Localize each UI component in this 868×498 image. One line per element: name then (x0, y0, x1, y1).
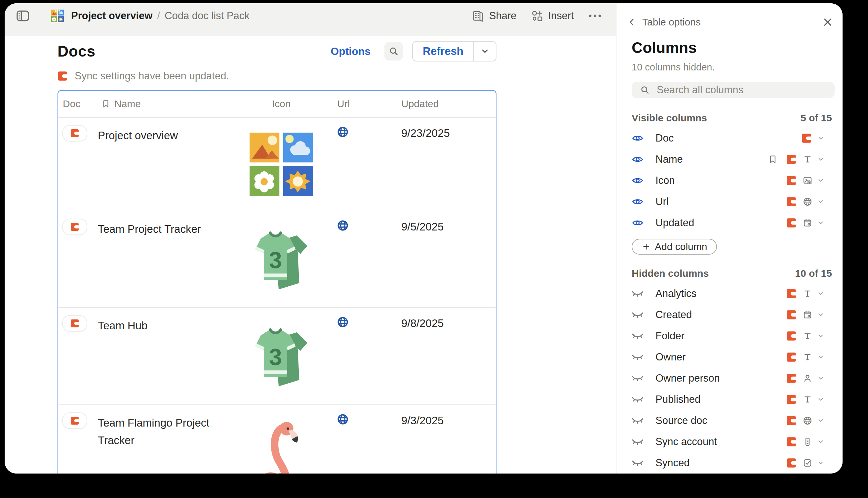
hidden-column-row-created[interactable]: Created (632, 304, 834, 325)
column-header-icon[interactable]: Icon (230, 98, 333, 109)
add-column-label: Add column (655, 241, 707, 252)
column-header-updated[interactable]: Updated (399, 98, 496, 109)
breadcrumb-page[interactable]: Coda doc list Pack (165, 10, 250, 22)
chevron-down-icon[interactable] (817, 333, 824, 339)
column-header-doc[interactable]: Doc (58, 98, 98, 109)
chevron-down-icon[interactable] (817, 438, 824, 445)
doc-chip[interactable] (62, 315, 87, 332)
more-menu-button[interactable] (588, 13, 602, 19)
eye-hidden-icon[interactable] (632, 457, 643, 469)
visible-column-row-icon[interactable]: Icon (632, 170, 834, 191)
hidden-column-row-folder[interactable]: Folder (632, 325, 834, 346)
main-area: Project overview / Coda doc list Pack Sh… (5, 3, 616, 473)
url-globe-icon[interactable] (336, 126, 349, 138)
app-window: Project overview / Coda doc list Pack Sh… (5, 3, 843, 473)
visible-column-row-updated[interactable]: Updated (632, 212, 834, 234)
coda-pack-icon (786, 154, 796, 164)
updated-date-cell[interactable]: 9/8/2025 (399, 308, 496, 404)
sidebar-toggle-icon[interactable] (16, 9, 30, 23)
breadcrumb-doc-title[interactable]: Project overview (71, 10, 152, 22)
eye-hidden-icon[interactable] (632, 393, 643, 405)
chevron-down-icon[interactable] (817, 375, 824, 382)
hidden-column-row-source-doc[interactable]: Source doc (632, 410, 834, 431)
eye-hidden-icon[interactable] (632, 372, 643, 384)
chevron-down-icon[interactable] (817, 177, 824, 184)
chevron-down-icon[interactable] (817, 396, 824, 403)
panel-close-button[interactable] (822, 16, 834, 28)
doc-chip[interactable] (62, 219, 87, 235)
page-content: Docs Options Refresh Syn (5, 36, 616, 473)
share-icon (472, 9, 484, 23)
url-globe-icon[interactable] (336, 219, 349, 232)
doc-name-cell[interactable]: Team Hub (98, 308, 230, 404)
add-column-button[interactable]: Add column (632, 239, 717, 254)
doc-name-cell[interactable]: Project overview (98, 118, 230, 211)
chevron-down-icon[interactable] (817, 417, 824, 424)
hidden-column-row-owner[interactable]: Owner (632, 346, 834, 368)
chevron-down-icon[interactable] (817, 354, 824, 361)
table-search-button[interactable] (384, 42, 403, 61)
hidden-column-row-analytics[interactable]: Analytics (632, 283, 834, 304)
hidden-column-row-owner-person[interactable]: Owner person (632, 368, 834, 389)
chevron-down-icon[interactable] (817, 312, 824, 318)
refresh-dropdown-button[interactable] (474, 42, 496, 61)
table-options-panel: Table options Columns 10 columns hidden.… (616, 3, 843, 473)
eye-visible-icon[interactable] (632, 217, 643, 229)
chevron-down-icon[interactable] (817, 156, 824, 163)
table-row[interactable]: Team Flamingo Project Tracker 9/3/2025 (58, 405, 496, 473)
doc-name-cell[interactable]: Team Project Tracker (98, 211, 230, 307)
eye-visible-icon[interactable] (632, 154, 643, 165)
url-globe-icon[interactable] (336, 413, 349, 425)
panel-back-button[interactable]: Table options (627, 16, 701, 28)
eye-visible-icon[interactable] (632, 196, 643, 208)
updated-date-cell[interactable]: 9/23/2025 (399, 118, 496, 211)
visible-column-row-name[interactable]: Name (632, 149, 834, 170)
url-globe-icon[interactable] (336, 316, 349, 328)
eye-visible-icon[interactable] (632, 132, 643, 144)
doc-chip[interactable] (62, 125, 87, 142)
eye-hidden-icon[interactable] (632, 415, 643, 427)
eye-hidden-icon[interactable] (632, 436, 643, 448)
updated-date-cell[interactable]: 9/5/2025 (399, 211, 496, 307)
coda-pack-icon (786, 331, 796, 341)
eye-hidden-icon[interactable] (632, 351, 643, 363)
doc-name-cell[interactable]: Team Flamingo Project Tracker (98, 405, 230, 473)
chevron-down-icon[interactable] (817, 198, 824, 205)
chevron-down-icon[interactable] (817, 135, 824, 142)
table-row[interactable]: Team Project Tracker 9/5/2025 (58, 211, 496, 308)
doc-chip[interactable] (62, 412, 87, 429)
column-search-box[interactable] (632, 82, 834, 98)
column-label: Updated (655, 217, 694, 229)
eye-hidden-icon[interactable] (632, 330, 643, 342)
column-header-url[interactable]: Url (333, 98, 399, 109)
table-row[interactable]: Team Hub 9/8/2025 (58, 308, 496, 405)
column-header-name-label: Name (115, 98, 141, 109)
updated-date-cell[interactable]: 9/3/2025 (399, 405, 496, 473)
hidden-column-row-published[interactable]: Published (632, 389, 834, 410)
column-header-name[interactable]: Name (98, 98, 230, 109)
visible-column-row-doc[interactable]: Doc (632, 128, 834, 149)
eye-hidden-icon[interactable] (632, 288, 643, 300)
refresh-button[interactable]: Refresh (413, 42, 473, 61)
chevron-down-icon[interactable] (817, 290, 824, 297)
hidden-column-row-synced[interactable]: Synced (632, 453, 834, 473)
table-header-row: Doc Name Icon Url Updated (58, 91, 496, 118)
chevron-down-icon[interactable] (817, 460, 824, 466)
bookmark-icon (768, 154, 778, 164)
column-label: Name (655, 154, 683, 165)
table-options-link[interactable]: Options (331, 45, 371, 57)
ellipsis-icon (588, 13, 602, 19)
chevron-down-icon (481, 47, 489, 55)
chevron-down-icon[interactable] (817, 220, 824, 226)
eye-visible-icon[interactable] (632, 174, 643, 186)
visible-column-row-url[interactable]: Url (632, 191, 834, 212)
text-type-icon (802, 154, 813, 165)
share-button[interactable]: Share (472, 9, 517, 23)
eye-hidden-icon[interactable] (632, 309, 643, 321)
hidden-column-row-sync-account[interactable]: Sync account (632, 431, 834, 453)
coda-pack-icon (786, 374, 796, 383)
column-search-input[interactable] (656, 84, 827, 96)
table-row[interactable]: Project overview 9/23/2025 (58, 118, 496, 211)
insert-button[interactable]: Insert (531, 10, 574, 22)
hidden-columns-label: Hidden columns (632, 268, 709, 279)
